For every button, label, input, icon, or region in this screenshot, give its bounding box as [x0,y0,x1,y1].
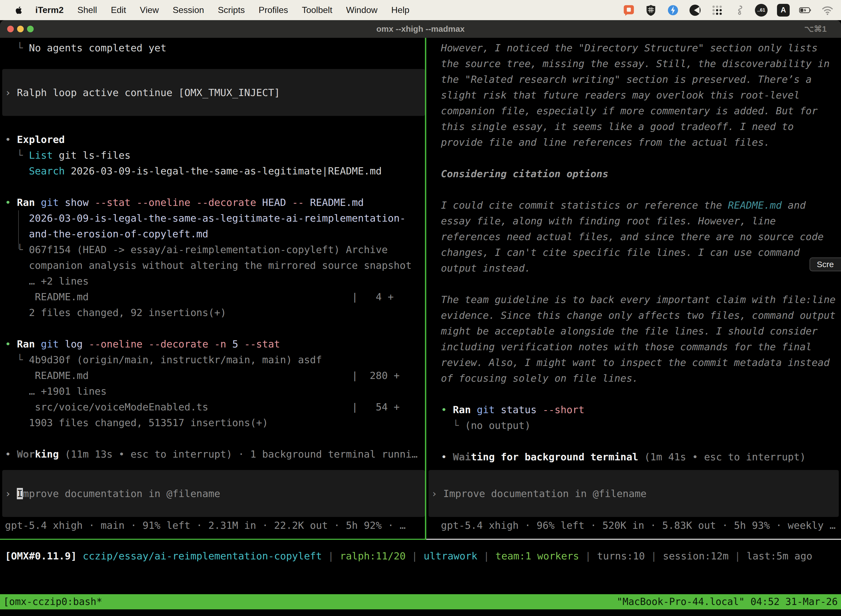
tmux-window-label[interactable]: [omx-cczip0:bash* [3,594,102,609]
dots-grid-icon[interactable] [711,4,724,16]
terminal-line: this single essay, it seems like a good … [441,119,841,134]
minimize-window-button[interactable] [17,26,24,32]
menu-item-help[interactable]: Help [391,5,409,15]
hook-icon[interactable] [733,4,746,16]
screen-sharing-overlay[interactable]: Scre [810,258,841,271]
omx-status-line: [OMX#0.11.9] cczip/essay/ai-reimplementa… [5,548,841,564]
traffic-lights [7,26,34,32]
terminal-line: • Explored [5,132,425,147]
prompt-input-right[interactable]: › Improve documentation in @filename [428,470,839,517]
terminal-line: review. Also, I might want to inspect th… [441,355,841,370]
left-output-lines: • Explored └ List git ls-files Search 20… [0,116,425,462]
tmux-status-bar: [omx-cczip0:bash* "MacBook-Pro-44.local"… [0,594,841,609]
menu-item-profiles[interactable]: Profiles [259,5,288,15]
terminal-line: companion file, especially if more comme… [441,103,841,119]
terminal-line: The team guideline is to back every impo… [441,292,841,308]
terminal-line [441,182,841,197]
terminal-line: └ List git ls-files [5,147,425,163]
terminal-line: might be acceptable alongside the file l… [441,323,841,339]
left-terminal-pane: └ No agents completed yet › Ralph loop a… [0,38,425,540]
menu-item-scripts[interactable]: Scripts [218,5,245,15]
ralph-loop-line: › Ralph loop active continue [OMX_TMUX_I… [5,85,280,100]
menu-item-view[interactable]: View [140,5,159,15]
right-reasoning-text: However, I noticed the "Directory Struct… [426,40,841,402]
terminal-line: • Waiting for background terminal (1m 41… [441,449,841,465]
terminal-line [441,433,841,449]
terminal-line: Considering citation options [441,166,841,182]
menu-item-window[interactable]: Window [346,5,378,15]
terminal-line: └ 4b9d30f (origin/main, instructkr/main,… [5,352,425,368]
menu-items: iTerm2 Shell Edit View Session Scripts P… [35,5,409,15]
window-title: omx --xhigh --madmax [0,20,841,38]
left-session-status: gpt-5.4 xhigh · main · 91% left · 2.31M … [0,518,425,533]
a-key-icon[interactable]: A [777,4,790,16]
verified-badge-icon[interactable] [667,4,679,16]
terminal-line: and-the-erosion-of-copyleft.md [5,226,425,242]
terminal-line: └ (no output) [441,418,841,433]
counter-badge-icon[interactable]: ..61 [755,4,768,16]
terminal-line [441,150,841,166]
terminal-line: references need actual files, and since … [441,229,841,245]
terminal-line: README.md | 4 + [5,289,425,305]
chat-app-icon[interactable] [623,4,635,16]
terminal-line [5,320,425,336]
battery-icon[interactable] [799,4,812,16]
tab-shortcut-label: ⌥⌘1 [804,20,827,38]
terminal-line: slight risk that future readers may over… [441,87,841,103]
ralph-loop-banner: › Ralph loop active continue [OMX_TMUX_I… [2,69,425,116]
terminal-line: • Ran git show --stat --oneline --decora… [5,195,425,210]
left-top-lines: └ No agents completed yet [0,40,425,56]
record-app-icon[interactable] [689,4,701,16]
terminal-line: changes, I can't cite specific file line… [441,245,841,260]
bottom-strip [0,609,841,616]
terminal-content: └ No agents completed yet › Ralph loop a… [0,38,841,540]
zoom-window-button[interactable] [27,26,34,32]
terminal-line: I could cite commit statistics or refere… [441,197,841,213]
terminal-line: └ 067f154 (HEAD -> essay/ai-reimplementa… [5,242,425,258]
terminal-line: companion analysis without altering the … [5,258,425,273]
omx-status-footer: [OMX#0.11.9] cczip/essay/ai-reimplementa… [0,540,841,594]
terminal-line: provide file and line references from th… [441,134,841,150]
right-terminal-pane: However, I noticed the "Directory Struct… [426,38,841,540]
apple-menu-icon[interactable] [14,5,23,15]
menu-item-session[interactable]: Session [173,5,204,15]
terminal-line: 1903 files changed, 513517 insertions(+) [5,415,425,431]
terminal-line: essay file, along with finding root file… [441,213,841,229]
terminal-line: evidence. Since this change only affects… [441,308,841,323]
menu-item-toolbelt[interactable]: Toolbelt [302,5,332,15]
tmux-host-clock: "MacBook-Pro-44.local" 04:52 31-Mar-26 [617,594,838,609]
terminal-line [441,386,841,402]
close-window-button[interactable] [7,26,14,32]
terminal-line: the source tree, missing the essay. Stil… [441,56,841,72]
prompt-input-left[interactable]: › Improve documentation in @filename [2,470,425,517]
menu-item-shell[interactable]: Shell [78,5,97,15]
terminal-line: output instead. [441,260,841,276]
terminal-line: of focusing solely on file lines. [441,370,841,386]
terminal-line: • Ran git status --short [441,402,841,418]
terminal-line: └ No agents completed yet [5,40,425,56]
terminal-line [5,179,425,195]
terminal-line: the "Related research writing" section i… [441,72,841,87]
prompt-input-left-text: › Improve documentation in @filename [5,486,220,502]
shield-grid-icon[interactable] [645,4,657,16]
wifi-icon[interactable] [821,4,834,16]
menu-item-iterm2[interactable]: iTerm2 [35,5,64,15]
terminal-line: Search 2026-03-09-is-legal-the-same-as-l… [5,163,425,179]
terminal-line: … +1901 lines [5,383,425,399]
window-title-bar: omx --xhigh --madmax ⌥⌘1 [0,20,841,38]
terminal-line: 2026-03-09-is-legal-the-same-as-legitima… [5,210,425,226]
right-command-lines: • Ran git status --short └ (no output)• … [426,402,841,465]
terminal-line: • Working (11m 13s • esc to interrupt) ·… [5,446,425,462]
terminal-line [5,116,425,132]
terminal-line [441,276,841,292]
prompt-input-right-text: › Improve documentation in @filename [431,486,646,502]
menu-item-edit[interactable]: Edit [111,5,126,15]
tree-guide-line [18,210,19,249]
terminal-line: src/voice/voiceModeEnabled.ts | 54 + [5,399,425,415]
terminal-line: README.md | 280 + [5,368,425,383]
terminal-line: … +2 lines [5,273,425,289]
terminal-line: including verification notes with those … [441,339,841,355]
terminal-line: However, I noticed the "Directory Struct… [441,40,841,56]
terminal-line: • Ran git log --oneline --decorate -n 5 … [5,336,425,352]
menu-status-icons: ..61 A [623,4,841,16]
